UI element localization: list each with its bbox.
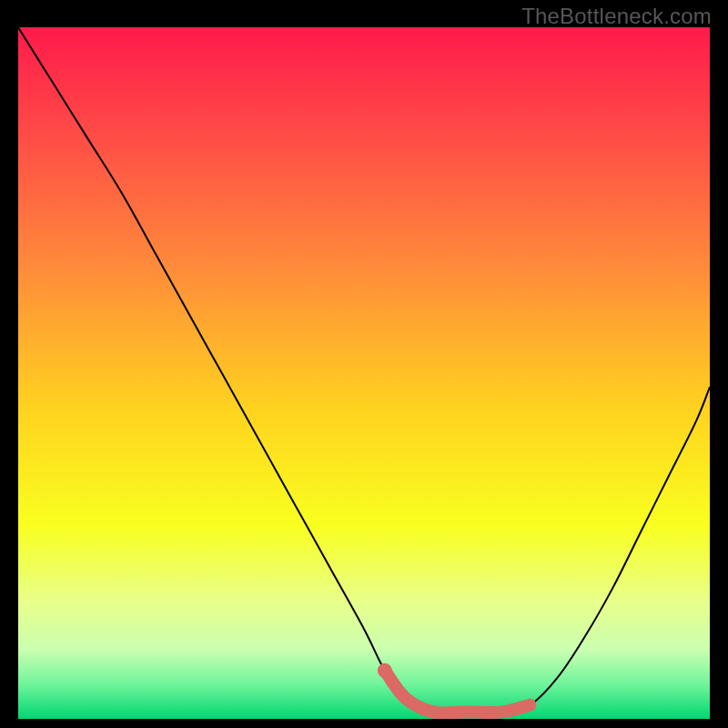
gradient-background (18, 27, 710, 719)
chart-container: TheBottleneck.com (0, 0, 728, 728)
optimal-marker (378, 663, 392, 678)
watermark-text: TheBottleneck.com (521, 4, 712, 29)
bottleneck-chart (18, 27, 710, 719)
